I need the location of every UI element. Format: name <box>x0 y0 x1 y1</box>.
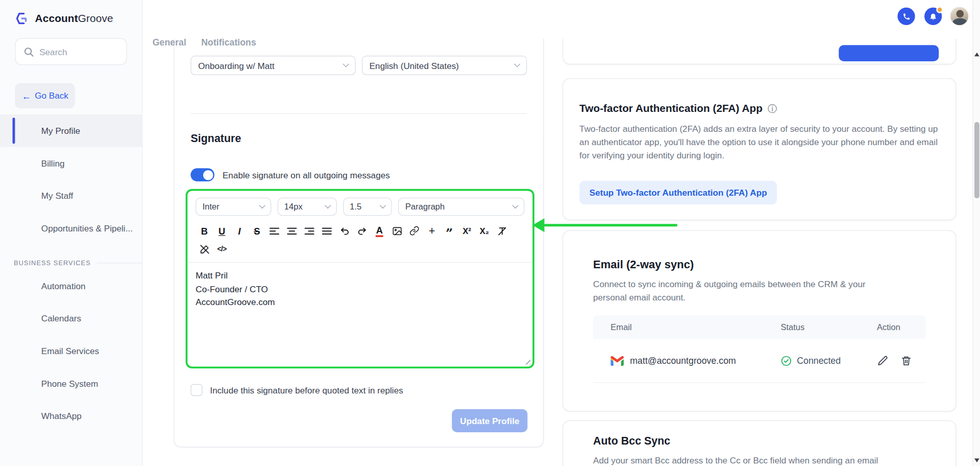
sidebar-item-whatsapp[interactable]: WhatsApp <box>0 400 142 432</box>
code-view-button[interactable]: </> <box>213 242 231 257</box>
scrollbar-down-arrow-icon[interactable] <box>974 458 979 462</box>
sidebar-item-calendars[interactable]: Calendars <box>0 302 142 335</box>
scrollbar-up-arrow-icon[interactable] <box>974 53 979 56</box>
include-signature-checkbox[interactable] <box>190 384 202 396</box>
sidebar-item-my-profile[interactable]: My Profile <box>0 114 142 147</box>
text-color-button[interactable]: A <box>371 223 388 238</box>
annotation-arrow-head <box>532 218 544 232</box>
search-input[interactable] <box>39 46 118 57</box>
superscript-button[interactable]: X² <box>458 223 476 238</box>
align-justify-button[interactable] <box>318 223 335 238</box>
scrollbar[interactable] <box>972 0 980 466</box>
brand-name: AccountGroove <box>35 12 113 25</box>
edit-email-button[interactable] <box>877 355 888 366</box>
main-content: Onboarding w/ Matt English (United State… <box>142 39 972 466</box>
blockquote-button[interactable]: ” <box>440 223 458 238</box>
email-address: matt@accountgroove.com <box>630 356 736 366</box>
signature-toggle-row: Enable signature on all outgoing message… <box>190 168 389 181</box>
undo-button[interactable] <box>336 223 353 238</box>
twofa-title: Two-factor Authentication (2FA) App <box>579 103 763 115</box>
sidebar-item-phone-system[interactable]: Phone System <box>0 367 142 400</box>
line-height-select[interactable]: 1.5 <box>343 198 393 216</box>
auto-bcc-description: Add your smart Bcc address to the Cc or … <box>593 454 893 466</box>
strikethrough-button[interactable]: S <box>248 223 265 238</box>
email-sync-description: Connect to sync incoming & outgoing emai… <box>593 278 887 304</box>
email-sync-title: Email (2-way sync) <box>593 259 925 272</box>
app-viewport: AccountGroove ← Go Back My Profile Billi… <box>0 0 980 466</box>
bold-button[interactable]: B <box>195 223 213 238</box>
header-action: Action <box>868 322 926 332</box>
font-size-select[interactable]: 14px <box>277 198 336 216</box>
update-profile-button[interactable]: Update Profile <box>452 409 527 432</box>
auto-bcc-card: Auto Bcc Sync Add your smart Bcc address… <box>562 421 956 466</box>
settings-tabs: General Notifications <box>153 37 256 48</box>
sidebar-section-business-services: BUSINESS SERVICES <box>0 256 142 270</box>
sidebar: AccountGroove ← Go Back My Profile Billi… <box>0 0 142 466</box>
header-status: Status <box>780 322 868 332</box>
sidebar-item-opportunities[interactable]: Opportunities & Pipeli... <box>0 212 142 245</box>
avatar[interactable] <box>950 7 969 26</box>
gmail-icon <box>610 356 624 366</box>
underline-button[interactable]: U <box>213 223 231 238</box>
bell-icon <box>929 12 938 20</box>
chevron-down-icon <box>343 61 349 67</box>
paragraph-style-select[interactable]: Paragraph <box>399 198 525 216</box>
primary-button-partial[interactable] <box>839 45 939 61</box>
partial-card <box>562 39 956 64</box>
italic-button[interactable]: I <box>231 223 248 238</box>
sidebar-nav: My Profile Billing My Staff Opportunitie… <box>0 114 142 432</box>
signature-heading: Signature <box>190 132 241 145</box>
toggle-label: Enable signature on all outgoing message… <box>223 170 390 180</box>
align-center-button[interactable] <box>283 223 301 238</box>
phone-button[interactable] <box>897 8 915 25</box>
sidebar-item-billing[interactable]: Billing <box>0 147 142 180</box>
signature-editor: Inter 14px 1.5 Paragraph B U I S A <box>186 189 534 368</box>
header-email: Email <box>593 322 780 332</box>
email-table-row: matt@accountgroove.com Connected <box>593 339 925 383</box>
profile-settings-card: Onboarding w/ Matt English (United State… <box>174 39 544 447</box>
delete-email-button[interactable] <box>901 355 912 366</box>
sidebar-item-my-staff[interactable]: My Staff <box>0 179 142 212</box>
insert-link-button[interactable] <box>406 223 423 238</box>
redo-button[interactable] <box>353 223 371 238</box>
chevron-down-icon <box>259 202 265 208</box>
clear-formatting-button[interactable] <box>493 223 510 238</box>
checkbox-label: Include this signature before quoted tex… <box>210 385 403 395</box>
onboarding-select[interactable]: Onboarding w/ Matt <box>190 56 355 75</box>
editor-divider <box>187 262 532 263</box>
back-arrow-icon: ← <box>21 91 31 100</box>
editor-toolbar-row2: </> <box>195 242 524 257</box>
editor-toolbar: B U I S A + ” X² X₂ <box>195 223 524 238</box>
signature-line-1: Matt Pril <box>195 269 524 282</box>
signature-off-button[interactable] <box>195 242 213 257</box>
align-left-button[interactable] <box>265 223 283 238</box>
notifications-button[interactable] <box>924 8 942 25</box>
insert-image-button[interactable] <box>388 223 405 238</box>
sidebar-item-automation[interactable]: Automation <box>0 270 142 302</box>
enable-signature-toggle[interactable] <box>190 168 214 181</box>
language-select[interactable]: English (United States) <box>362 56 527 75</box>
go-back-button[interactable]: ← Go Back <box>15 83 75 108</box>
resize-handle[interactable] <box>524 358 530 364</box>
info-icon[interactable]: ⓘ <box>768 103 777 114</box>
tab-notifications[interactable]: Notifications <box>201 37 256 48</box>
editor-select-row: Inter 14px 1.5 Paragraph <box>195 198 524 216</box>
notification-badge-dot <box>936 6 943 13</box>
check-circle-icon <box>780 355 792 366</box>
subscript-button[interactable]: X₂ <box>476 223 493 238</box>
font-family-select[interactable]: Inter <box>195 198 271 216</box>
setup-twofa-button[interactable]: Setup Two-factor Authentication (2FA) Ap… <box>579 181 777 205</box>
sidebar-search <box>15 38 127 65</box>
align-right-button[interactable] <box>301 223 318 238</box>
insert-plus-button[interactable]: + <box>423 223 440 238</box>
email-sync-card: Email (2-way sync) Connect to sync incom… <box>562 230 956 412</box>
scrollbar-thumb[interactable] <box>974 122 979 198</box>
tab-general[interactable]: General <box>153 37 186 48</box>
auto-bcc-title: Auto Bcc Sync <box>593 435 925 448</box>
signature-text-area[interactable]: Matt Pril Co-Founder / CTO AccountGroove… <box>195 269 524 344</box>
chevron-down-icon <box>512 202 519 208</box>
sidebar-item-email-services[interactable]: Email Services <box>0 335 142 367</box>
chevron-down-icon <box>514 61 520 67</box>
status-badge: Connected <box>780 355 868 366</box>
twofa-description: Two-factor authentication (2FA) adds an … <box>579 123 939 162</box>
